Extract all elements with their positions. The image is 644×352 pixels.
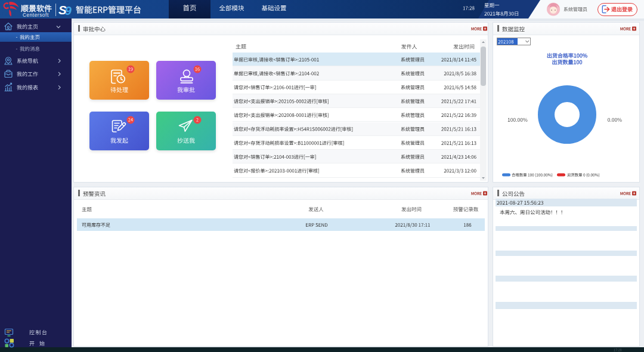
svg-text:Centersoft: Centersoft	[23, 13, 49, 18]
svg-text:9: 9	[65, 4, 72, 17]
